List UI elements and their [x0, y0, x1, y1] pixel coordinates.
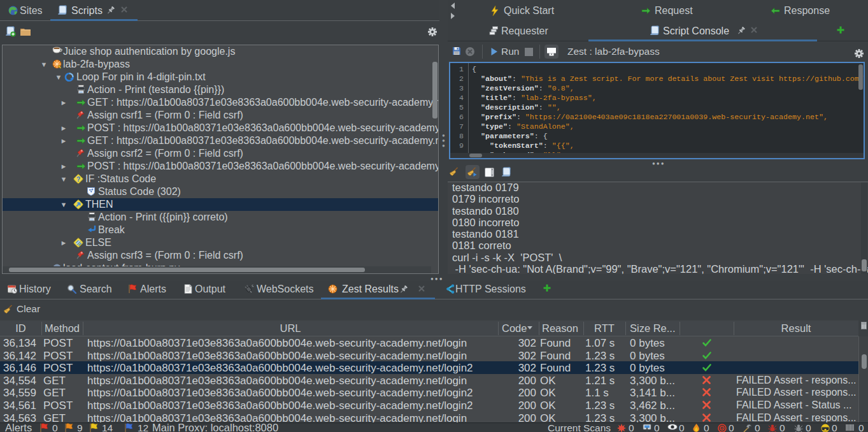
svg-text:?: ? — [76, 176, 80, 183]
